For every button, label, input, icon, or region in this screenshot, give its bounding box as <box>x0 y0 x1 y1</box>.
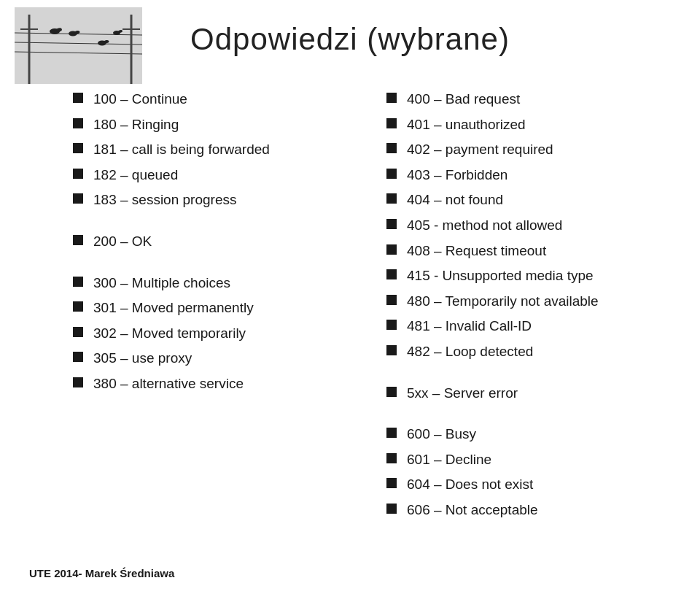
list-item: 405 - method not allowed <box>386 216 656 236</box>
bullet-icon <box>73 327 83 337</box>
bullet-icon <box>73 235 83 245</box>
list-item: 606 – Not acceptable <box>386 501 656 520</box>
list-item: 302 – Moved temporarily <box>73 324 343 344</box>
list-item: 481 – Invalid Call-ID <box>386 317 656 336</box>
bullet-icon <box>73 93 83 103</box>
list-3xx: 300 – Multiple choices 301 – Moved perma… <box>73 274 343 394</box>
item-text: 401 – unauthorized <box>407 115 526 135</box>
item-text: 182 – queued <box>93 166 178 185</box>
bullet-icon <box>386 295 397 305</box>
item-text: 380 – alternative service <box>93 374 244 394</box>
bullet-icon <box>73 301 83 312</box>
item-text: 402 – payment required <box>407 140 553 160</box>
bullet-icon <box>386 428 397 438</box>
list-1xx: 100 – Continue 180 – Ringing 181 – call … <box>73 90 343 210</box>
bullet-icon <box>386 269 397 279</box>
item-text: 408 – Request timeout <box>407 242 546 261</box>
item-text: 183 – session progress <box>93 190 236 210</box>
list-item: 480 – Temporarily not available <box>386 292 656 312</box>
list-item: 180 – Ringing <box>73 115 343 135</box>
list-item: 300 – Multiple choices <box>73 274 343 293</box>
list-6xx: 600 – Busy 601 – Decline 604 – Does not … <box>386 425 656 520</box>
left-column: 100 – Continue 180 – Ringing 181 – call … <box>29 90 357 526</box>
content-area: 100 – Continue 180 – Ringing 181 – call … <box>29 90 671 526</box>
list-item: 604 – Does not exist <box>386 475 656 495</box>
list-item: 401 – unauthorized <box>386 115 656 135</box>
item-text: 400 – Bad request <box>407 90 520 109</box>
bullet-icon <box>386 118 397 128</box>
item-text: 405 - method not allowed <box>407 216 562 236</box>
bullet-icon <box>386 169 397 179</box>
list-item: 183 – session progress <box>73 190 343 210</box>
list-item: 415 - Unsupported media type <box>386 266 656 286</box>
bullet-icon <box>73 169 83 179</box>
bullet-icon <box>386 478 397 488</box>
bullet-icon <box>386 453 397 463</box>
list-item: 380 – alternative service <box>73 374 343 394</box>
bullet-icon <box>73 352 83 362</box>
item-text: 482 – Loop detected <box>407 342 533 362</box>
right-column: 400 – Bad request 401 – unauthorized 402… <box>357 90 671 526</box>
item-text: 415 - Unsupported media type <box>407 266 594 286</box>
list-item: 482 – Loop detected <box>386 342 656 362</box>
item-text: 200 – OK <box>93 232 152 252</box>
item-text: 300 – Multiple choices <box>93 274 230 293</box>
list-item: 402 – payment required <box>386 140 656 160</box>
list-item: 404 – not found <box>386 190 656 210</box>
bullet-icon <box>73 118 83 128</box>
bullet-icon <box>73 377 83 387</box>
item-text: 481 – Invalid Call-ID <box>407 317 532 336</box>
list-item: 305 – use proxy <box>73 349 343 369</box>
item-text: 181 – call is being forwarded <box>93 140 270 160</box>
list-2xx: 200 – OK <box>73 232 343 252</box>
list-item: 100 – Continue <box>73 90 343 109</box>
list-item: 200 – OK <box>73 232 343 252</box>
list-item: 601 – Decline <box>386 450 656 470</box>
item-text: 301 – Moved permanently <box>93 298 254 318</box>
bullet-icon <box>386 387 397 397</box>
list-item: 5xx – Server error <box>386 384 656 404</box>
list-5xx: 5xx – Server error <box>386 384 656 404</box>
bullet-icon <box>386 320 397 330</box>
list-item: 301 – Moved permanently <box>73 298 343 318</box>
bullet-icon <box>386 143 397 153</box>
list-item: 408 – Request timeout <box>386 242 656 261</box>
item-text: 180 – Ringing <box>93 115 179 135</box>
bullet-icon <box>73 277 83 287</box>
list-item: 600 – Busy <box>386 425 656 444</box>
svg-rect-0 <box>15 7 142 84</box>
item-text: 404 – not found <box>407 190 503 210</box>
bullet-icon <box>386 193 397 204</box>
list-item: 403 – Forbidden <box>386 166 656 185</box>
slide-container: Odpowiedzi (wybrane) 100 – Continue 180 … <box>0 0 700 594</box>
item-text: 302 – Moved temporarily <box>93 324 246 344</box>
list-item: 181 – call is being forwarded <box>73 140 343 160</box>
footer-text: UTE 2014- Marek Średniawa <box>29 567 174 579</box>
item-text: 305 – use proxy <box>93 349 192 369</box>
list-item: 400 – Bad request <box>386 90 656 109</box>
bullet-icon <box>386 504 397 514</box>
item-text: 5xx – Server error <box>407 384 518 404</box>
bullet-icon <box>386 345 397 355</box>
item-text: 100 – Continue <box>93 90 187 109</box>
item-text: 601 – Decline <box>407 450 491 470</box>
list-4xx: 400 – Bad request 401 – unauthorized 402… <box>386 90 656 362</box>
header-image <box>15 7 142 84</box>
bullet-icon <box>73 143 83 153</box>
item-text: 606 – Not acceptable <box>407 501 538 520</box>
list-item: 182 – queued <box>73 166 343 185</box>
bullet-icon <box>73 193 83 204</box>
item-text: 600 – Busy <box>407 425 476 444</box>
item-text: 480 – Temporarily not available <box>407 292 599 312</box>
bullet-icon <box>386 219 397 229</box>
bullet-icon <box>386 244 397 255</box>
item-text: 403 – Forbidden <box>407 166 508 185</box>
bullet-icon <box>386 93 397 103</box>
item-text: 604 – Does not exist <box>407 475 533 495</box>
